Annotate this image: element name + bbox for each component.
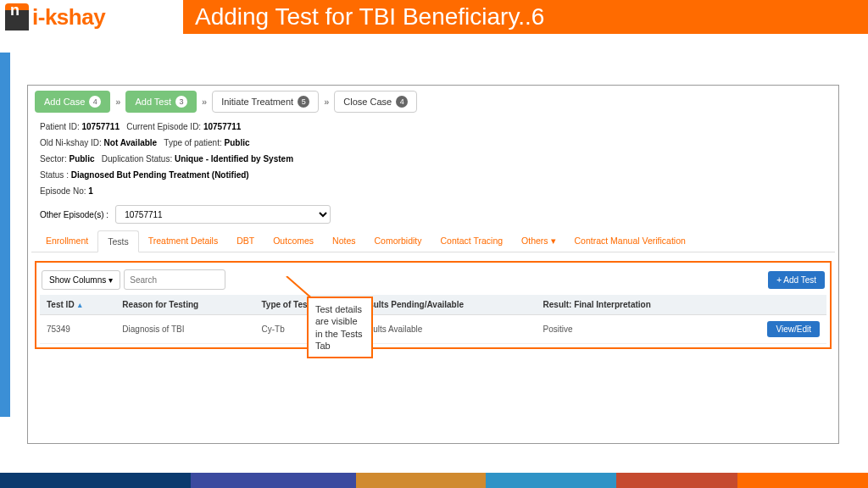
cell-results-pending: Results Available [351,315,536,344]
workflow-step-bar: Add Case 4 » Add Test 3 » Initiate Treat… [31,89,835,114]
duplication-value: Unique - Identified by System [175,154,293,164]
footer-color-strip [0,473,868,488]
close-case-badge: 4 [396,96,408,108]
status-label: Status : [40,170,69,180]
initiate-treatment-step-button[interactable]: Initiate Treatment 5 [212,91,319,113]
logo-area: i-kshay [0,3,183,30]
col-reason[interactable]: Reason for Testing [115,295,254,315]
tests-table: Test ID▴ Reason for Testing Type of Test… [40,295,826,344]
tab-comorbidity[interactable]: Comorbidity [365,230,431,252]
left-accent-strip [0,53,10,417]
chevron-right-icon: » [115,97,120,107]
page-title: Adding Test for TBI Beneficiary..6 [183,0,868,34]
logo-text: i-kshay [32,4,105,30]
other-episodes-label: Other Episode(s) : [40,210,108,219]
footer-segment [191,473,356,488]
tab-contract-manual-verification[interactable]: Contract Manual Verification [565,230,695,252]
tab-notes[interactable]: Notes [323,230,364,252]
footer-segment [356,473,487,488]
chevron-right-icon: » [202,97,207,107]
cell-reason: Diagnosis of TBI [115,315,254,344]
header-bar: i-kshay Adding Test for TBI Beneficiary.… [0,0,868,34]
add-test-step-button[interactable]: Add Test 3 [125,91,197,113]
other-episodes-select[interactable]: 10757711 [115,205,331,224]
cell-final: Positive [537,315,725,344]
patient-type-label: Type of patient: [164,138,221,147]
sector-label: Sector: [40,154,67,164]
current-episode-value: 10757711 [203,122,242,131]
show-columns-button[interactable]: Show Columns ▾ [42,270,120,290]
cell-test-id: 75349 [40,315,115,344]
footer-segment [737,473,868,488]
add-test-button[interactable]: + Add Test [768,271,825,289]
sort-asc-icon: ▴ [78,301,82,309]
table-toolbar: Show Columns ▾ + Add Test [40,266,826,295]
patient-id-value: 10757711 [81,122,120,131]
episode-no-label: Episode No: [40,186,86,196]
close-case-label: Close Case [343,97,392,107]
caret-down-icon: ▾ [108,275,113,285]
table-row: 75349 Diagnosis of TBI Cy-Tb Results Ava… [40,315,826,344]
col-actions [725,295,826,315]
add-test-step-label: Add Test [135,97,171,107]
tab-tests[interactable]: Tests [97,230,139,252]
col-results-pending[interactable]: Results Pending/Available [351,295,536,315]
search-input[interactable] [124,269,225,290]
add-test-step-badge: 3 [175,96,187,108]
add-case-label: Add Case [44,97,85,107]
initiate-treatment-label: Initiate Treatment [221,97,293,107]
col-final-interpretation[interactable]: Result: Final Interpretation [537,295,725,315]
status-value: Diagnosed But Pending Treatment (Notifie… [71,170,249,180]
sector-value: Public [69,154,94,164]
tab-others[interactable]: Others ▾ [512,230,565,252]
view-edit-button[interactable]: View/Edit [767,321,820,337]
callout-box: Test details are visible in the Tests Ta… [307,297,373,358]
footer-segment [616,473,737,488]
footer-segment [0,473,191,488]
tab-dbt[interactable]: DBT [227,230,264,252]
episode-no-value: 1 [88,186,93,196]
tab-enrollment[interactable]: Enrollment [36,230,97,252]
footer-segment [486,473,616,488]
tests-table-area: Show Columns ▾ + Add Test Test ID▴ Reaso… [35,261,832,349]
tab-contact-tracing[interactable]: Contact Tracing [431,230,513,252]
patient-type-value: Public [225,138,250,147]
other-episodes-row: Other Episode(s) : 10757711 [31,203,835,230]
patient-id-label: Patient ID: [40,122,80,131]
current-episode-label: Current Episode ID: [126,122,201,131]
col-test-id[interactable]: Test ID▴ [40,295,115,315]
tab-outcomes[interactable]: Outcomes [264,230,323,252]
close-case-step-button[interactable]: Close Case 4 [334,91,417,113]
table-header-row: Test ID▴ Reason for Testing Type of Test… [40,295,826,315]
tab-treatment-details[interactable]: Treatment Details [139,230,227,252]
caret-down-icon: ▾ [551,236,556,246]
content-panel: Add Case 4 » Add Test 3 » Initiate Treat… [27,85,839,444]
chevron-right-icon: » [324,97,329,107]
add-case-badge: 4 [89,96,101,108]
initiate-treatment-badge: 5 [298,96,309,108]
nikshay-logo-icon [5,3,29,30]
old-id-label: Old Ni-kshay ID: [40,138,102,147]
tab-bar: Enrollment Tests Treatment Details DBT O… [31,230,835,252]
add-case-step-button[interactable]: Add Case 4 [35,91,110,113]
patient-info-block: Patient ID: 10757711 Current Episode ID:… [31,114,835,203]
old-id-value: Not Available [104,138,158,147]
duplication-label: Duplication Status: [102,154,172,164]
